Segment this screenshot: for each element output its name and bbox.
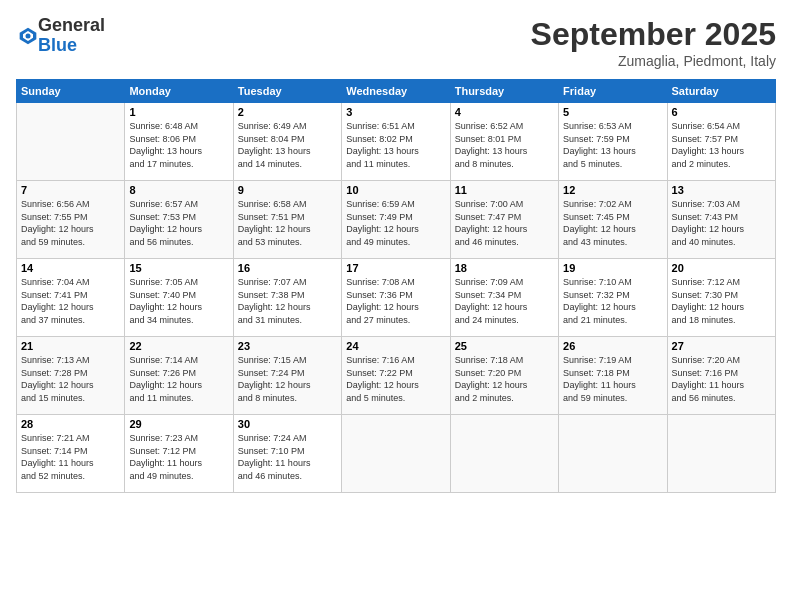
day-info: Sunrise: 7:18 AM Sunset: 7:20 PM Dayligh…	[455, 354, 554, 404]
day-cell: 13Sunrise: 7:03 AM Sunset: 7:43 PM Dayli…	[667, 181, 775, 259]
day-info: Sunrise: 7:24 AM Sunset: 7:10 PM Dayligh…	[238, 432, 337, 482]
day-cell: 23Sunrise: 7:15 AM Sunset: 7:24 PM Dayli…	[233, 337, 341, 415]
day-info: Sunrise: 7:15 AM Sunset: 7:24 PM Dayligh…	[238, 354, 337, 404]
day-info: Sunrise: 6:53 AM Sunset: 7:59 PM Dayligh…	[563, 120, 662, 170]
day-number: 30	[238, 418, 337, 430]
day-number: 9	[238, 184, 337, 196]
day-info: Sunrise: 6:57 AM Sunset: 7:53 PM Dayligh…	[129, 198, 228, 248]
day-cell: 11Sunrise: 7:00 AM Sunset: 7:47 PM Dayli…	[450, 181, 558, 259]
subtitle: Zumaglia, Piedmont, Italy	[531, 53, 776, 69]
day-cell: 29Sunrise: 7:23 AM Sunset: 7:12 PM Dayli…	[125, 415, 233, 493]
day-info: Sunrise: 7:03 AM Sunset: 7:43 PM Dayligh…	[672, 198, 771, 248]
day-number: 16	[238, 262, 337, 274]
title-block: September 2025 Zumaglia, Piedmont, Italy	[531, 16, 776, 69]
logo-blue: Blue	[38, 36, 105, 56]
day-number: 27	[672, 340, 771, 352]
day-number: 2	[238, 106, 337, 118]
day-cell: 25Sunrise: 7:18 AM Sunset: 7:20 PM Dayli…	[450, 337, 558, 415]
day-cell: 6Sunrise: 6:54 AM Sunset: 7:57 PM Daylig…	[667, 103, 775, 181]
day-cell	[450, 415, 558, 493]
day-cell: 15Sunrise: 7:05 AM Sunset: 7:40 PM Dayli…	[125, 259, 233, 337]
week-row-2: 14Sunrise: 7:04 AM Sunset: 7:41 PM Dayli…	[17, 259, 776, 337]
day-number: 14	[21, 262, 120, 274]
header: General Blue September 2025 Zumaglia, Pi…	[16, 16, 776, 69]
day-number: 8	[129, 184, 228, 196]
day-cell	[559, 415, 667, 493]
day-number: 28	[21, 418, 120, 430]
header-monday: Monday	[125, 80, 233, 103]
header-wednesday: Wednesday	[342, 80, 450, 103]
day-number: 10	[346, 184, 445, 196]
logo: General Blue	[16, 16, 105, 56]
day-number: 15	[129, 262, 228, 274]
day-cell: 9Sunrise: 6:58 AM Sunset: 7:51 PM Daylig…	[233, 181, 341, 259]
day-number: 22	[129, 340, 228, 352]
day-cell	[342, 415, 450, 493]
logo-general: General	[38, 16, 105, 36]
header-tuesday: Tuesday	[233, 80, 341, 103]
day-info: Sunrise: 7:14 AM Sunset: 7:26 PM Dayligh…	[129, 354, 228, 404]
header-saturday: Saturday	[667, 80, 775, 103]
day-number: 26	[563, 340, 662, 352]
header-friday: Friday	[559, 80, 667, 103]
day-info: Sunrise: 6:51 AM Sunset: 8:02 PM Dayligh…	[346, 120, 445, 170]
day-number: 5	[563, 106, 662, 118]
week-row-4: 28Sunrise: 7:21 AM Sunset: 7:14 PM Dayli…	[17, 415, 776, 493]
day-info: Sunrise: 6:54 AM Sunset: 7:57 PM Dayligh…	[672, 120, 771, 170]
day-number: 17	[346, 262, 445, 274]
day-info: Sunrise: 6:48 AM Sunset: 8:06 PM Dayligh…	[129, 120, 228, 170]
day-cell: 17Sunrise: 7:08 AM Sunset: 7:36 PM Dayli…	[342, 259, 450, 337]
day-cell: 28Sunrise: 7:21 AM Sunset: 7:14 PM Dayli…	[17, 415, 125, 493]
day-cell: 21Sunrise: 7:13 AM Sunset: 7:28 PM Dayli…	[17, 337, 125, 415]
day-cell	[17, 103, 125, 181]
day-number: 29	[129, 418, 228, 430]
day-cell: 14Sunrise: 7:04 AM Sunset: 7:41 PM Dayli…	[17, 259, 125, 337]
day-info: Sunrise: 6:49 AM Sunset: 8:04 PM Dayligh…	[238, 120, 337, 170]
header-sunday: Sunday	[17, 80, 125, 103]
day-info: Sunrise: 7:07 AM Sunset: 7:38 PM Dayligh…	[238, 276, 337, 326]
day-number: 13	[672, 184, 771, 196]
day-number: 18	[455, 262, 554, 274]
day-info: Sunrise: 7:16 AM Sunset: 7:22 PM Dayligh…	[346, 354, 445, 404]
logo-icon	[18, 26, 38, 46]
day-info: Sunrise: 7:12 AM Sunset: 7:30 PM Dayligh…	[672, 276, 771, 326]
day-number: 24	[346, 340, 445, 352]
day-number: 7	[21, 184, 120, 196]
day-cell: 16Sunrise: 7:07 AM Sunset: 7:38 PM Dayli…	[233, 259, 341, 337]
day-number: 20	[672, 262, 771, 274]
day-cell: 24Sunrise: 7:16 AM Sunset: 7:22 PM Dayli…	[342, 337, 450, 415]
day-cell	[667, 415, 775, 493]
day-info: Sunrise: 7:09 AM Sunset: 7:34 PM Dayligh…	[455, 276, 554, 326]
day-info: Sunrise: 7:20 AM Sunset: 7:16 PM Dayligh…	[672, 354, 771, 404]
day-cell: 5Sunrise: 6:53 AM Sunset: 7:59 PM Daylig…	[559, 103, 667, 181]
day-info: Sunrise: 7:10 AM Sunset: 7:32 PM Dayligh…	[563, 276, 662, 326]
page: General Blue September 2025 Zumaglia, Pi…	[0, 0, 792, 612]
day-cell: 2Sunrise: 6:49 AM Sunset: 8:04 PM Daylig…	[233, 103, 341, 181]
header-thursday: Thursday	[450, 80, 558, 103]
day-info: Sunrise: 6:58 AM Sunset: 7:51 PM Dayligh…	[238, 198, 337, 248]
day-info: Sunrise: 7:08 AM Sunset: 7:36 PM Dayligh…	[346, 276, 445, 326]
day-cell: 26Sunrise: 7:19 AM Sunset: 7:18 PM Dayli…	[559, 337, 667, 415]
day-info: Sunrise: 7:23 AM Sunset: 7:12 PM Dayligh…	[129, 432, 228, 482]
month-title: September 2025	[531, 16, 776, 53]
day-info: Sunrise: 7:00 AM Sunset: 7:47 PM Dayligh…	[455, 198, 554, 248]
day-number: 21	[21, 340, 120, 352]
day-cell: 1Sunrise: 6:48 AM Sunset: 8:06 PM Daylig…	[125, 103, 233, 181]
day-number: 12	[563, 184, 662, 196]
day-number: 25	[455, 340, 554, 352]
day-info: Sunrise: 7:21 AM Sunset: 7:14 PM Dayligh…	[21, 432, 120, 482]
day-info: Sunrise: 7:05 AM Sunset: 7:40 PM Dayligh…	[129, 276, 228, 326]
day-number: 11	[455, 184, 554, 196]
day-cell: 3Sunrise: 6:51 AM Sunset: 8:02 PM Daylig…	[342, 103, 450, 181]
day-number: 3	[346, 106, 445, 118]
day-info: Sunrise: 7:02 AM Sunset: 7:45 PM Dayligh…	[563, 198, 662, 248]
week-row-3: 21Sunrise: 7:13 AM Sunset: 7:28 PM Dayli…	[17, 337, 776, 415]
calendar-table: Sunday Monday Tuesday Wednesday Thursday…	[16, 79, 776, 493]
day-number: 23	[238, 340, 337, 352]
svg-point-2	[26, 33, 31, 38]
day-cell: 27Sunrise: 7:20 AM Sunset: 7:16 PM Dayli…	[667, 337, 775, 415]
header-row: Sunday Monday Tuesday Wednesday Thursday…	[17, 80, 776, 103]
day-cell: 12Sunrise: 7:02 AM Sunset: 7:45 PM Dayli…	[559, 181, 667, 259]
day-number: 6	[672, 106, 771, 118]
day-number: 19	[563, 262, 662, 274]
